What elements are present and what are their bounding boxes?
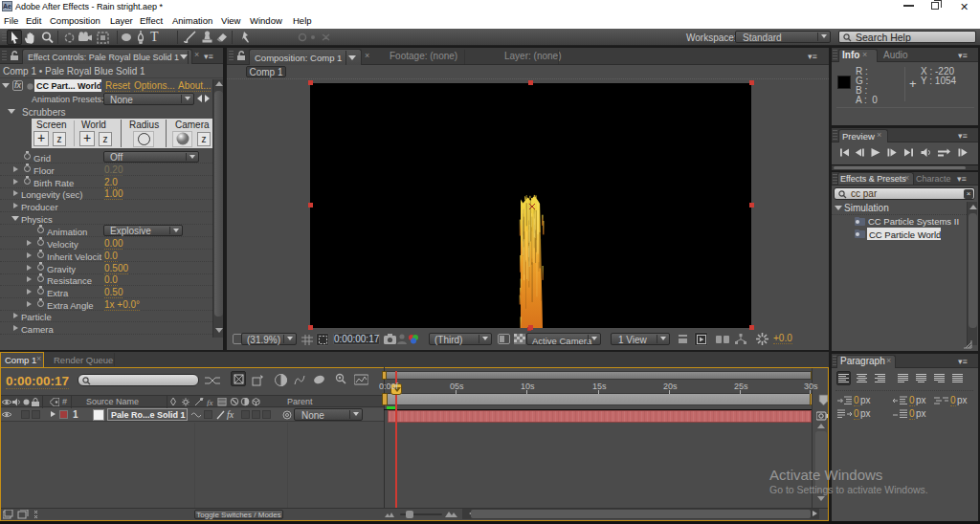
svg-text:fx: fx xyxy=(207,398,213,406)
